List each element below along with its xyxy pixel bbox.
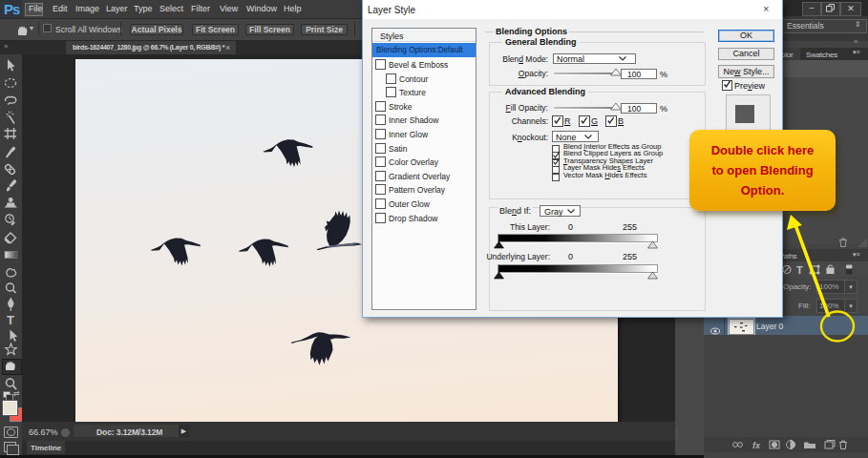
svg-text:T: T [7,313,14,327]
svg-text:fx: fx [752,441,761,450]
